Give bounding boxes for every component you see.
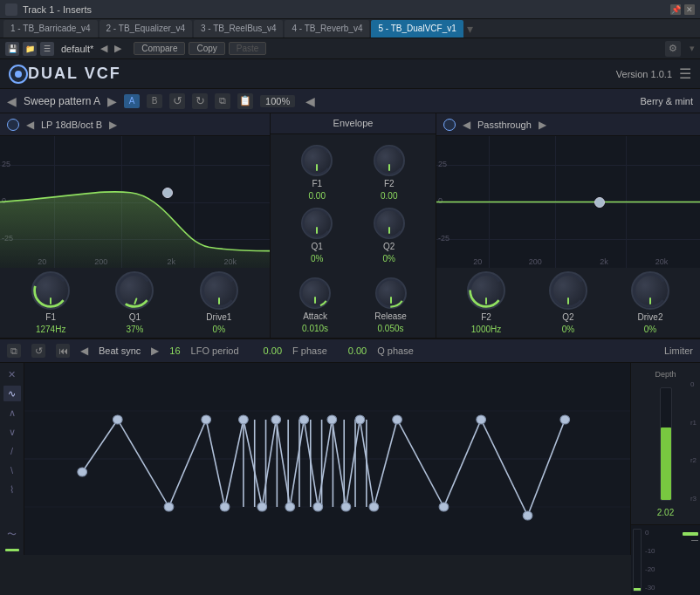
- filter-f1-knob-container[interactable]: [31, 271, 70, 310]
- ab-b-button[interactable]: B: [147, 94, 162, 108]
- shape-btn-x[interactable]: ✕: [3, 366, 21, 382]
- copy-button[interactable]: Copy: [189, 42, 224, 55]
- passthrough-handle[interactable]: [594, 197, 605, 208]
- lfo-canvas[interactable]: [24, 363, 630, 555]
- filter-f1-knob[interactable]: [31, 271, 70, 310]
- tab-reelbus[interactable]: 3 - TB_ReelBus_v4: [194, 20, 284, 38]
- svg-point-56: [220, 503, 230, 511]
- shape-btn-triangle-down[interactable]: ∨: [3, 424, 21, 440]
- filter-eq-handle[interactable]: [162, 188, 173, 198]
- shape-btn-wave[interactable]: 〜: [3, 526, 21, 542]
- filter-drive1-knob-container[interactable]: [200, 271, 238, 310]
- compare-button[interactable]: Compare: [134, 42, 185, 55]
- paste-button[interactable]: Paste: [229, 42, 267, 55]
- level-mark-r2: r2: [690, 456, 697, 464]
- depth-bar[interactable]: [660, 387, 672, 501]
- svg-point-58: [257, 503, 267, 511]
- depth-section: Depth 2.02 0 r1 r2 r3: [631, 363, 700, 525]
- preset-icon-group: 💾 📁 ☰: [5, 42, 54, 56]
- tab-barricade[interactable]: 1 - TB_Barricade_v4: [3, 20, 98, 38]
- shape-btn-saw-up[interactable]: /: [3, 443, 21, 459]
- filter-q1-value: 37%: [126, 325, 143, 334]
- filter-q1-knob-container[interactable]: [115, 271, 154, 310]
- pass-f2-knob[interactable]: [467, 271, 505, 310]
- env-release-knob[interactable]: [375, 277, 407, 309]
- copy-pattern-button[interactable]: ⧉: [215, 93, 230, 109]
- filter-f1-label: F1: [45, 312, 56, 322]
- svg-point-54: [164, 503, 174, 511]
- plugin-menu-icon[interactable]: ☰: [679, 65, 691, 82]
- svg-line-22: [118, 420, 169, 507]
- svg-line-35: [374, 420, 397, 507]
- svg-line-23: [168, 420, 206, 507]
- env-f2-value: 0.00: [381, 191, 397, 201]
- paste-pattern-button[interactable]: 📋: [237, 93, 253, 109]
- pass-drive2-knob[interactable]: [631, 271, 669, 310]
- plugin-title: DUAL VCF: [28, 65, 121, 83]
- lfo-icon-btn-2[interactable]: ↺: [31, 344, 45, 358]
- plugin-power-button[interactable]: [9, 65, 28, 84]
- close-button[interactable]: ✕: [684, 4, 695, 15]
- preset-arrow-right[interactable]: ▶: [114, 43, 121, 54]
- filter-nav-prev[interactable]: ◀: [26, 119, 34, 131]
- folder-icon-btn[interactable]: 📁: [23, 42, 37, 56]
- env-q1-knob[interactable]: [301, 208, 333, 239]
- tab-dualvcf[interactable]: 5 - TB_DualVCF_v1: [371, 20, 463, 38]
- lfo-icon-btn-3[interactable]: ⏮: [56, 344, 70, 358]
- shape-btn-triangle-up[interactable]: ∧: [3, 405, 21, 421]
- env-f1-knob[interactable]: [301, 145, 333, 176]
- save-icon-btn[interactable]: 💾: [5, 42, 19, 56]
- lfo-beat-prev[interactable]: ◀: [80, 345, 88, 357]
- passthrough-graph[interactable]: 25 0 -25 20 200 2k 20k: [436, 136, 700, 268]
- filter-q1-knob[interactable]: [115, 271, 154, 310]
- pin-button[interactable]: 📌: [670, 4, 681, 15]
- shape-btn-noise[interactable]: ⌇: [3, 482, 21, 497]
- passthrough-nav-next[interactable]: ▶: [539, 119, 546, 131]
- ab-a-button[interactable]: A: [124, 94, 140, 108]
- env-f2-knob[interactable]: [374, 145, 405, 176]
- lfo-icon-btn-1[interactable]: ⧉: [7, 344, 21, 358]
- env-q2-knob[interactable]: [374, 208, 405, 239]
- depth-value: 2.02: [657, 508, 674, 517]
- undo-button[interactable]: ↺: [169, 93, 185, 109]
- menu-icon-btn[interactable]: ☰: [40, 42, 54, 56]
- pass-q2-group: Q2 0%: [549, 271, 587, 334]
- env-q1-indicator: [316, 227, 318, 234]
- lfo-wave-svg: [24, 363, 630, 555]
- lfo-period-value: 16: [169, 345, 180, 356]
- theme-name: Berry & mint: [640, 96, 693, 106]
- env-attack-value: 0.010s: [302, 324, 328, 333]
- settings-arrow[interactable]: ▾: [690, 43, 695, 54]
- lfo-fphase-label: F phase: [292, 345, 327, 356]
- filter-drive1-knob-arc: [199, 270, 239, 311]
- tab-equalizer[interactable]: 2 - TB_Equalizer_v4: [100, 20, 192, 38]
- shape-btn-sine[interactable]: ∿: [3, 386, 21, 401]
- svg-line-25: [225, 420, 244, 507]
- passthrough-nav-prev[interactable]: ◀: [463, 119, 470, 131]
- level-mark-0: 0: [690, 380, 697, 388]
- preset-arrow-left[interactable]: ◀: [100, 43, 107, 54]
- tab-reverb[interactable]: 4 - TB_Reverb_v4: [285, 20, 369, 38]
- zoom-prev-button[interactable]: ◀: [305, 94, 315, 108]
- preset-bar: 💾 📁 ☰ default* ◀ ▶ Compare Copy Paste ⚙ …: [0, 38, 700, 59]
- env-q2-label: Q2: [383, 242, 395, 251]
- plugin-tabs-bar: 1 - TB_Barricade_v4 2 - TB_Equalizer_v4 …: [0, 19, 700, 38]
- settings-button[interactable]: ⚙: [665, 41, 681, 57]
- passthrough-section-header: ◀ Passthrough ▶: [436, 113, 700, 136]
- pattern-next-button[interactable]: ▶: [107, 94, 117, 108]
- redo-button[interactable]: ↻: [192, 93, 208, 109]
- env-attack-knob[interactable]: [299, 277, 331, 309]
- filter-nav-next[interactable]: ▶: [109, 119, 117, 131]
- pattern-prev-button[interactable]: ◀: [7, 94, 17, 108]
- shape-btn-saw-down[interactable]: \: [3, 462, 21, 478]
- meter-slider-1[interactable]: —: [683, 532, 698, 544]
- filter-drive1-knob[interactable]: [200, 271, 238, 310]
- lfo-sequencer: ✕ ∿ ∧ ∨ / \ ⌇ 〜: [0, 363, 700, 555]
- filter-eq-graph[interactable]: 25 0 -25 20 200 2k 20k: [0, 136, 270, 268]
- passthrough-power-button[interactable]: [443, 119, 456, 131]
- lfo-beat-next[interactable]: ▶: [151, 345, 159, 357]
- filter-power-button[interactable]: [7, 119, 19, 131]
- pass-q2-knob[interactable]: [549, 271, 587, 310]
- svg-line-33: [346, 420, 360, 507]
- tab-dropdown-icon[interactable]: ▾: [467, 22, 473, 36]
